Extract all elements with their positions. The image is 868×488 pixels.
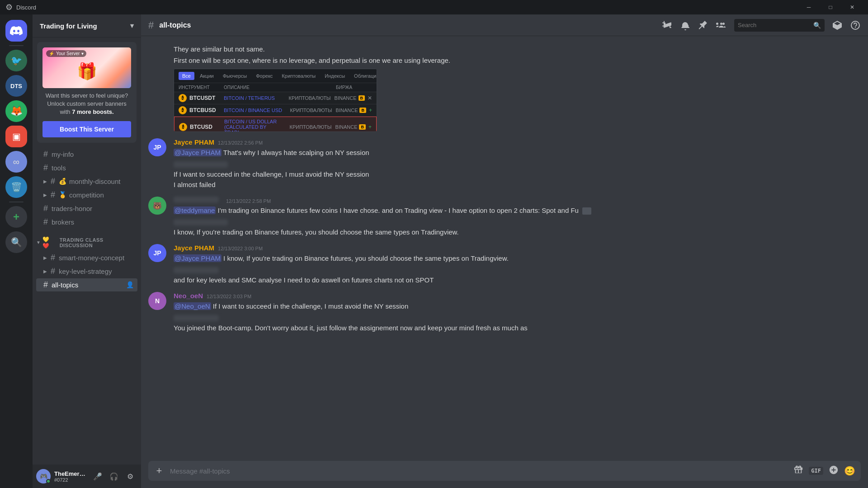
message-input[interactable]: [170, 463, 793, 479]
server-header[interactable]: Trading for Living ▾: [33, 14, 141, 38]
message-content: Neo_oeN 12/13/2022 3:03 PM @Neo_oeN If I…: [174, 292, 861, 333]
close-button[interactable]: ✕: [842, 0, 863, 14]
user-avatar-teddymane: 🐻: [148, 197, 166, 215]
channel-hash-icon: #: [43, 217, 48, 227]
message-text: @Jayce PHAM That's why I always hate sca…: [174, 148, 861, 157]
server-icon-green[interactable]: 🦊: [5, 100, 27, 122]
coin-icon: ₿: [179, 94, 187, 102]
message-content: Jayce PHAM 12/13/2022 3:00 PM @Jayce PHA…: [174, 244, 861, 285]
message-continued-top: They are similar but not same.: [141, 43, 868, 55]
avatar-container: JP: [148, 244, 166, 285]
channel-item-brokers[interactable]: # brokers: [36, 216, 137, 229]
tab-futures[interactable]: Фьючерсы: [219, 72, 250, 80]
search-input[interactable]: [738, 22, 810, 28]
help-icon[interactable]: [850, 20, 861, 31]
author-name[interactable]: Jayce PHAM: [174, 244, 214, 252]
discover-servers-button[interactable]: 🔍: [5, 231, 27, 253]
inbox-icon[interactable]: [832, 20, 843, 31]
message-input-area: + GIF 😊: [141, 461, 868, 488]
settings-button[interactable]: ⚙: [123, 469, 137, 483]
exchange-name: BINANCE: [336, 108, 358, 113]
mute-button[interactable]: 🎤: [90, 469, 105, 483]
channel-item-all-topics[interactable]: # all-topics 👤: [36, 278, 137, 291]
author-name[interactable]: Neo_oeN: [174, 292, 203, 300]
channel-item-competition[interactable]: ▶ # 🥇 competition: [36, 188, 137, 202]
channel-name: tools: [52, 164, 66, 172]
channel-item-monthly-discount[interactable]: ▶ # 💰 monthly-discount: [36, 175, 137, 188]
tab-stocks[interactable]: Акции: [196, 72, 217, 80]
row-close-button[interactable]: ✕: [368, 95, 372, 101]
message-content: Jayce PHAM 12/13/2022 2:56 PM @Jayce PHA…: [174, 138, 861, 189]
avatar-container: 🐻: [148, 197, 166, 237]
user-avatar-wrapper: 🎮: [36, 469, 51, 483]
maximize-button[interactable]: □: [820, 0, 841, 14]
trading-screenshot[interactable]: Все Акции Фьючерсы Форекс Криптовалюты И…: [174, 69, 377, 132]
author-name[interactable]: Jayce PHAM: [174, 138, 214, 146]
server-icon-purple[interactable]: ∞: [5, 151, 27, 173]
trading-table-image: Все Акции Фьючерсы Форекс Криптовалюты И…: [174, 69, 377, 132]
table-row-btcbusd[interactable]: ₿ BTCBUSD BITCOIN / BINANCE USD КРИПТОВА…: [174, 104, 377, 117]
boost-image-badge: ⚡ Your Server ▾: [46, 50, 86, 57]
table-row-btcusdt[interactable]: ₿ BTCUSDT BITCOIN / TETHERUS КРИПТОВАЛЮТ…: [174, 92, 377, 104]
channel-hash-icon: #: [43, 150, 48, 159]
server-icon-square[interactable]: ▣: [5, 126, 27, 147]
deafen-button[interactable]: 🎧: [107, 469, 121, 483]
mention[interactable]: @Jayce PHAM: [174, 149, 222, 156]
channel-item-smart-money[interactable]: ▶ # smart-money-concept: [36, 251, 137, 264]
message-text-continued: [174, 265, 861, 274]
message-text-continued: [174, 313, 861, 322]
coin-description: BITCOIN / TETHERUS: [224, 95, 285, 101]
bell-icon[interactable]: [680, 20, 691, 31]
table-column-headers: ИНСТРУМЕНТ ОПИСАНИЕ БИРЖА: [174, 83, 377, 92]
emoji-button[interactable]: 😊: [844, 465, 855, 476]
tab-indices[interactable]: Индексы: [321, 72, 349, 80]
search-box[interactable]: 🔍: [734, 19, 825, 32]
channel-item-my-info[interactable]: # my-info: [36, 148, 137, 161]
trading-table-header: Все Акции Фьючерсы Форекс Криптовалюты И…: [174, 69, 377, 83]
add-attachment-button[interactable]: +: [154, 465, 165, 476]
exchange-badge: B: [359, 95, 365, 101]
user-controls: 🎤 🎧 ⚙: [90, 469, 137, 483]
mention[interactable]: @teddymane: [174, 206, 216, 214]
members-icon[interactable]: [716, 20, 727, 31]
gif-button[interactable]: GIF: [809, 467, 823, 475]
coin-exchange: BINANCE B: [336, 108, 366, 113]
table-row-btcusd[interactable]: ₿ BTCUSD BITCOIN / US DOLLAR (CALCULATED…: [174, 117, 377, 132]
server-icon-trading[interactable]: 🐦: [5, 50, 27, 71]
dts-label: DTS: [10, 83, 22, 89]
channel-hash-icon: #: [43, 280, 48, 290]
channel-header-name: all-topics: [159, 21, 191, 29]
chat-area: They are similar but not same. First one…: [141, 36, 868, 461]
tab-crypto[interactable]: Криптовалюты: [278, 72, 319, 80]
coin-icon: ₿: [179, 106, 187, 114]
tab-bonds[interactable]: Облигации: [350, 72, 377, 80]
tab-all[interactable]: Все: [179, 72, 194, 80]
row-add-button[interactable]: +: [369, 107, 372, 113]
category-trading-class[interactable]: ▼ 💛❤️ TRADING CLASS DISCUSSION: [33, 229, 141, 251]
exchange-name: BINANCE: [335, 124, 358, 130]
tab-forex[interactable]: Форекс: [252, 72, 276, 80]
channel-name: monthly-discount: [69, 178, 120, 185]
image-thumbnail-icon: [582, 207, 591, 215]
mention[interactable]: @Jayce PHAM: [174, 254, 222, 262]
gift-button[interactable]: [793, 465, 803, 477]
hash-icon[interactable]: [662, 20, 673, 31]
exchange-badge: B: [359, 108, 366, 113]
channel-item-traders-honor[interactable]: # traders-honor: [36, 202, 137, 215]
boost-server-button[interactable]: Boost This Server: [42, 121, 131, 137]
add-server-button[interactable]: +: [5, 206, 27, 228]
message-text: @Jayce PHAM I know, If you're trading on…: [174, 253, 861, 263]
row-add-button[interactable]: +: [368, 124, 372, 130]
message-text: They are similar but not same.: [174, 44, 861, 54]
server-icon-dts[interactable]: DTS: [5, 75, 27, 97]
server-icon-teal[interactable]: 🗑️: [5, 176, 27, 198]
discord-home-button[interactable]: [5, 20, 27, 42]
coin-btcbusd: ₿ BTCBUSD: [179, 106, 224, 114]
sticker-button[interactable]: [829, 465, 839, 477]
pin-icon[interactable]: [698, 20, 709, 31]
channel-hash-icon: #: [51, 267, 55, 276]
minimize-button[interactable]: ─: [798, 0, 819, 14]
channel-item-key-level[interactable]: ▶ # key-level-strategy: [36, 265, 137, 278]
channel-item-tools[interactable]: # tools: [36, 161, 137, 174]
mention[interactable]: @Neo_oeN: [174, 302, 211, 310]
